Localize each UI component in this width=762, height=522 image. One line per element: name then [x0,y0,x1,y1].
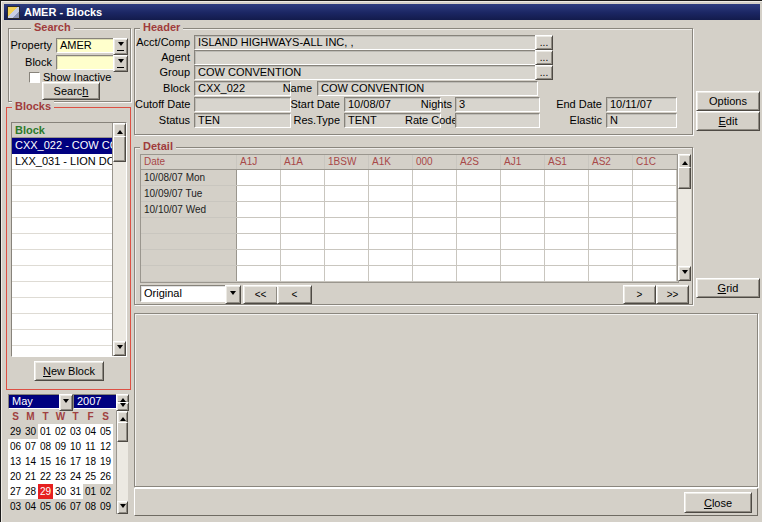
grid-cell[interactable] [457,266,501,281]
calendar-day[interactable]: 05 [98,424,113,439]
calendar-day[interactable]: 10 [68,439,83,454]
grid-cell[interactable] [325,266,369,281]
grid-cell[interactable] [237,186,281,201]
grid-cell[interactable] [413,266,457,281]
block-field[interactable] [56,55,117,70]
calendar-day[interactable]: 18 [83,454,98,469]
calendar-day[interactable]: 21 [23,469,38,484]
grid-cell[interactable] [633,186,677,201]
grid-cell[interactable] [369,186,413,201]
calendar-day[interactable]: 02 [98,484,113,499]
grid-cell[interactable] [325,202,369,217]
calendar-day[interactable]: 24 [68,469,83,484]
list-item[interactable] [12,234,113,250]
grid-button[interactable]: Grid [696,278,760,298]
calendar-day[interactable]: 07 [23,439,38,454]
grid-cell[interactable] [633,202,677,217]
list-item[interactable] [12,314,113,330]
calendar-year-field[interactable]: 2007 [73,394,121,409]
grid-cell[interactable] [325,250,369,265]
calendar-day[interactable]: 12 [98,439,113,454]
new-block-button[interactable]: New Block [34,361,104,381]
calendar-day[interactable]: 16 [53,454,68,469]
list-item[interactable]: CXX_022 - COW CONVEN [12,138,113,154]
calendar-day[interactable]: 04 [23,499,38,514]
calendar-day[interactable]: 30 [23,424,38,439]
nav-first-button[interactable]: << [243,285,278,304]
blocks-list-scrollbar[interactable] [112,123,126,356]
table-row[interactable] [141,218,678,234]
calendar-day[interactable]: 09 [98,499,113,514]
grid-cell[interactable] [413,202,457,217]
grid-cell[interactable] [501,202,545,217]
calendar-scrollbar[interactable] [116,411,128,514]
grid-cell[interactable] [457,202,501,217]
calendar-day[interactable]: 09 [53,439,68,454]
calendar-day[interactable]: 28 [23,484,38,499]
detail-table-scrollbar[interactable] [677,154,691,281]
calendar-day[interactable]: 22 [38,469,53,484]
month-dropdown-button[interactable] [59,394,73,411]
cutoff-date-field[interactable] [194,97,291,112]
list-item[interactable] [12,266,113,282]
nav-next-button[interactable]: > [623,285,656,304]
scroll-down-button[interactable] [678,266,691,281]
property-dropdown-button[interactable] [113,38,128,55]
grid-cell[interactable] [325,186,369,201]
grid-cell[interactable] [545,202,589,217]
calendar-day[interactable]: 13 [8,454,23,469]
calendar-day[interactable]: 25 [83,469,98,484]
grid-cell[interactable] [413,186,457,201]
edit-button[interactable]: Edit [696,111,760,131]
grid-cell[interactable] [545,266,589,281]
close-button[interactable]: Close [684,492,752,513]
table-row[interactable]: 10/08/07 Mon [141,170,678,186]
grid-cell[interactable] [501,186,545,201]
grid-cell[interactable] [369,170,413,185]
list-item[interactable] [12,202,113,218]
calendar-day[interactable]: 04 [83,424,98,439]
grid-cell[interactable] [501,250,545,265]
end-date-field[interactable]: 10/11/07 [606,97,677,112]
grid-cell[interactable] [281,266,325,281]
list-item[interactable] [12,170,113,186]
scrollbar-thumb[interactable] [113,136,126,162]
grid-cell[interactable] [501,266,545,281]
grid-cell[interactable] [457,218,501,233]
table-row[interactable] [141,266,678,282]
elastic-field[interactable]: N [606,113,677,128]
group-ellipsis-button[interactable]: ... [535,65,553,80]
grid-cell[interactable] [369,266,413,281]
calendar-day[interactable]: 07 [68,499,83,514]
grid-cell[interactable] [457,186,501,201]
grid-cell[interactable] [325,218,369,233]
grid-cell[interactable] [633,234,677,249]
grid-cell[interactable] [633,250,677,265]
grid-cell[interactable] [281,218,325,233]
rate-code-field[interactable] [455,113,540,128]
nights-field[interactable]: 3 [455,97,540,112]
grid-cell[interactable] [545,170,589,185]
grid-cell[interactable] [589,202,633,217]
list-item[interactable]: LXX_031 - LION DO [12,154,113,170]
grid-cell[interactable] [369,202,413,217]
table-row[interactable]: 10/09/07 Tue [141,186,678,202]
scroll-down-button[interactable] [117,501,128,514]
grid-cell[interactable] [237,266,281,281]
calendar-day[interactable]: 08 [38,439,53,454]
grid-cell[interactable] [457,250,501,265]
scrollbar-thumb[interactable] [678,167,691,189]
name-field[interactable]: COW CONVENTION [317,81,538,96]
grid-cell[interactable] [237,202,281,217]
grid-cell[interactable] [545,234,589,249]
grid-cell[interactable] [369,250,413,265]
grid-cell[interactable] [237,234,281,249]
grid-cell[interactable] [237,250,281,265]
calendar-day[interactable]: 02 [53,424,68,439]
grid-cell[interactable] [589,234,633,249]
calendar-day[interactable]: 08 [83,499,98,514]
grid-cell[interactable] [413,218,457,233]
calendar-day[interactable]: 26 [98,469,113,484]
grid-cell[interactable] [545,186,589,201]
grid-cell[interactable] [325,170,369,185]
